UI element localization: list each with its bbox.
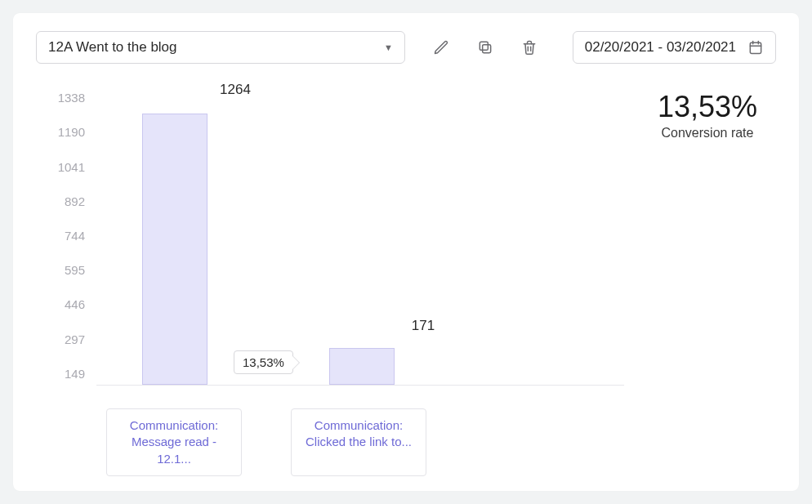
y-tick: 1190 (36, 125, 85, 139)
y-tick: 892 (36, 194, 85, 208)
svg-rect-2 (750, 42, 761, 53)
x-axis-labels: Communication: Message read - 12.1... Co… (106, 408, 624, 476)
y-tick: 1338 (36, 91, 85, 105)
y-tick: 1041 (36, 159, 85, 173)
conversion-value: 13,53% (639, 90, 776, 124)
funnel-select[interactable]: 12A Went to the blog ▼ (36, 31, 405, 64)
conversion-label: Conversion rate (639, 126, 776, 140)
chart-area: 1338 1190 1041 892 744 595 446 297 149 1… (36, 87, 624, 476)
y-tick: 744 (36, 229, 85, 243)
funnel-chart: 1338 1190 1041 892 744 595 446 297 149 1… (36, 87, 624, 397)
y-tick: 149 (36, 366, 85, 380)
x-label-step-1[interactable]: Communication: Message read - 12.1... (106, 408, 242, 476)
copy-button[interactable] (471, 33, 500, 62)
svg-rect-1 (480, 42, 488, 50)
toolbar: 12A Went to the blog ▼ 02/20/2021 - 03/2… (36, 31, 776, 64)
pencil-icon (433, 39, 449, 56)
delete-button[interactable] (515, 33, 544, 62)
x-label-step-2[interactable]: Communication: Clicked the link to... (291, 408, 426, 476)
funnel-card: 12A Went to the blog ▼ 02/20/2021 - 03/2… (13, 13, 799, 491)
plot-area: 1264 171 13,53% (96, 87, 624, 386)
content-row: 1338 1190 1041 892 744 595 446 297 149 1… (36, 87, 776, 476)
conversion-summary: 13,53% Conversion rate (639, 90, 776, 140)
bar-step-1 (142, 114, 207, 386)
svg-rect-0 (483, 45, 491, 53)
toolbar-icons (426, 33, 544, 62)
bar-step-2 (329, 348, 395, 385)
y-tick: 595 (36, 263, 85, 277)
trash-icon (521, 39, 538, 56)
bar-value-2: 171 (412, 318, 435, 334)
bar-value-1: 1264 (220, 82, 251, 98)
date-range-picker[interactable]: 02/20/2021 - 03/20/2021 (573, 31, 776, 64)
step-conversion-value: 13,53% (243, 355, 284, 369)
chevron-down-icon: ▼ (384, 42, 393, 52)
edit-button[interactable] (426, 33, 456, 62)
calendar-icon (747, 39, 764, 56)
y-tick: 446 (36, 297, 85, 311)
funnel-select-value: 12A Went to the blog (48, 39, 177, 56)
y-tick: 297 (36, 332, 85, 346)
step-conversion-badge: 13,53% (234, 350, 293, 374)
date-range-value: 02/20/2021 - 03/20/2021 (585, 39, 736, 56)
copy-icon (477, 39, 493, 56)
